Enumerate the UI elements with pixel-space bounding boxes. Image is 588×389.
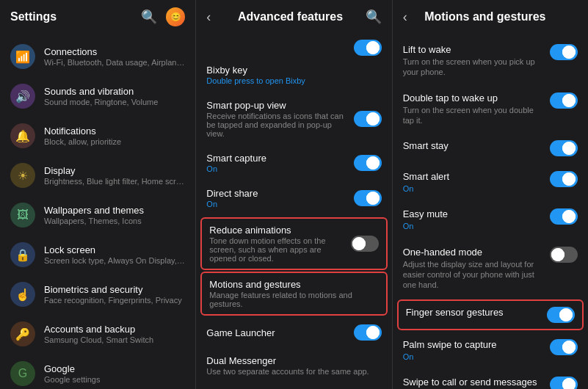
sounds-title: Sounds and vibration (44, 86, 185, 97)
one-handed-toggle[interactable] (550, 247, 578, 263)
smart-stay-text: Smart stay (403, 140, 544, 151)
search-icon-2[interactable]: 🔍 (366, 9, 382, 25)
settings-header: Settings 🔍 😊 (0, 0, 195, 34)
swipe-call-toggle-wrapper (550, 377, 578, 389)
swipe-call-toggle[interactable] (550, 377, 578, 389)
connections-title: Connections (44, 46, 185, 57)
lift-to-wake-text: Lift to wake Turn on the screen when you… (403, 44, 544, 78)
notifications-title: Notifications (44, 126, 185, 137)
display-subtitle: Brightness, Blue light filter, Home scre… (44, 177, 185, 186)
finger-sensor-toggle-wrapper (547, 307, 575, 323)
gest-item-smart-alert[interactable]: Smart alert On (393, 164, 588, 201)
smart-capture-toggle-wrapper (354, 155, 382, 171)
adv-item-reduce-animations[interactable]: Reduce animations Tone down motion effec… (200, 217, 387, 270)
swipe-call-text: Swipe to call or send messages (403, 377, 544, 388)
easy-mute-toggle[interactable] (550, 208, 578, 225)
adv-item-dual-messenger[interactable]: Dual Messenger Use two separate accounts… (196, 348, 391, 383)
top-toggle[interactable] (354, 40, 382, 56)
gest-item-finger-sensor[interactable]: Finger sensor gestures (397, 299, 584, 330)
smart-stay-toggle-wrapper (550, 140, 578, 156)
sidebar-item-sounds[interactable]: 🔊 Sounds and vibration Sound mode, Ringt… (0, 76, 195, 116)
settings-list: 📶 Connections Wi-Fi, Bluetooth, Data usa… (0, 34, 195, 389)
easy-mute-text: Easy mute On (403, 208, 544, 231)
sidebar-item-display[interactable]: ☀ Display Brightness, Blue light filter,… (0, 156, 195, 195)
accounts-title: Accounts and backup (44, 324, 185, 335)
sounds-subtitle: Sound mode, Ringtone, Volume (44, 98, 185, 106)
double-tap-wake-toggle[interactable] (550, 92, 578, 109)
settings-title: Settings (10, 10, 57, 23)
adv-item-smart-popup[interactable]: Smart pop-up view Receive notifications … (196, 92, 391, 145)
palm-swipe-toggle[interactable] (550, 339, 578, 355)
adv-item-smart-capture[interactable]: Smart capture On (196, 145, 391, 181)
gest-item-easy-mute[interactable]: Easy mute On (393, 201, 588, 239)
lift-to-wake-toggle-wrapper (550, 44, 578, 60)
palm-swipe-text: Palm swipe to capture On (403, 339, 544, 362)
adv-item-bixby-key[interactable]: Bixby key Double press to open Bixby (196, 57, 391, 92)
adv-item-motions-gestures[interactable]: Motions and gestures Manage features rel… (200, 272, 387, 316)
finger-sensor-title: Finger sensor gestures (406, 307, 541, 318)
smart-capture-subtitle: On (206, 164, 347, 173)
smart-alert-toggle[interactable] (550, 171, 578, 187)
adv-item-direct-share[interactable]: Direct share On (196, 181, 391, 216)
gest-item-double-tap-wake[interactable]: Double tap to wake up Turn on the screen… (393, 85, 588, 134)
adv-item-video-enhancer[interactable]: Video enhancer On (196, 383, 391, 389)
gest-item-swipe-call[interactable]: Swipe to call or send messages (393, 369, 588, 389)
one-handed-text: One-handed mode Adjust the display size … (403, 247, 544, 291)
lift-to-wake-title: Lift to wake (403, 44, 544, 55)
accounts-subtitle: Samsung Cloud, Smart Switch (44, 335, 185, 344)
one-handed-title: One-handed mode (403, 247, 544, 258)
smart-popup-toggle-wrapper (354, 111, 382, 127)
advanced-list: Bixby key Double press to open Bixby Sma… (196, 34, 391, 389)
game-launcher-title: Game Launcher (206, 327, 347, 338)
bixby-key-subtitle: Double press to open Bixby (206, 76, 381, 85)
display-title: Display (44, 165, 185, 176)
reduce-animations-subtitle: Tone down motion effects on the screen, … (209, 236, 344, 263)
gest-item-lift-to-wake[interactable]: Lift to wake Turn on the screen when you… (393, 37, 588, 85)
smart-stay-title: Smart stay (403, 140, 544, 151)
sidebar-item-lockscreen[interactable]: 🔒 Lock screen Screen lock type, Always O… (0, 235, 195, 275)
smart-popup-text: Smart pop-up view Receive notifications … (206, 100, 347, 138)
wallpapers-icon: 🖼 (10, 203, 35, 228)
smart-stay-toggle[interactable] (550, 140, 578, 156)
reduce-animations-title: Reduce animations (209, 225, 344, 236)
sidebar-item-notifications[interactable]: 🔔 Notifications Block, allow, prioritize (0, 116, 195, 156)
finger-sensor-toggle[interactable] (547, 307, 575, 323)
lift-to-wake-toggle[interactable] (550, 44, 578, 60)
reduce-animations-toggle[interactable] (351, 236, 379, 252)
sidebar-item-biometrics[interactable]: ☝ Biometrics and security Face recogniti… (0, 275, 195, 314)
google-title: Google (44, 363, 185, 374)
gest-item-smart-stay[interactable]: Smart stay (393, 133, 588, 164)
sidebar-item-accounts[interactable]: 🔑 Accounts and backup Samsung Cloud, Sma… (0, 314, 195, 354)
direct-share-title: Direct share (206, 188, 347, 199)
reduce-animations-toggle-wrapper (351, 236, 379, 252)
finger-sensor-text: Finger sensor gestures (406, 307, 541, 318)
one-handed-toggle-wrapper (550, 247, 578, 263)
smart-alert-toggle-wrapper (550, 171, 578, 187)
direct-share-toggle[interactable] (354, 190, 382, 206)
avatar[interactable]: 😊 (166, 7, 185, 26)
google-icon: G (10, 361, 35, 386)
palm-swipe-toggle-wrapper (550, 339, 578, 355)
gest-item-one-handed[interactable]: One-handed mode Adjust the display size … (393, 239, 588, 298)
motions-panel: ‹ Motions and gestures Lift to wake Turn… (393, 0, 588, 389)
search-icon[interactable]: 🔍 (141, 9, 157, 25)
accounts-icon: 🔑 (10, 321, 35, 346)
sidebar-item-google[interactable]: G Google Google settings (0, 354, 195, 389)
game-launcher-toggle-wrapper (354, 324, 382, 341)
smart-popup-title: Smart pop-up view (206, 100, 347, 111)
smart-capture-toggle[interactable] (354, 155, 382, 171)
lockscreen-icon: 🔒 (10, 242, 35, 267)
sidebar-item-wallpapers[interactable]: 🖼 Wallpapers and themes Wallpapers, Them… (0, 195, 195, 235)
gest-item-palm-swipe[interactable]: Palm swipe to capture On (393, 332, 588, 369)
motions-gestures-text: Motions and gestures Manage features rel… (209, 279, 378, 308)
connections-icon: 📶 (10, 44, 35, 69)
adv-item-game-launcher[interactable]: Game Launcher (196, 317, 391, 348)
game-launcher-toggle[interactable] (354, 324, 382, 341)
palm-swipe-subtitle: On (403, 352, 544, 362)
sidebar-item-connections[interactable]: 📶 Connections Wi-Fi, Bluetooth, Data usa… (0, 37, 195, 76)
motions-gestures-subtitle: Manage features related to motions and g… (209, 291, 378, 308)
smart-popup-toggle[interactable] (354, 111, 382, 127)
header-icons: 🔍 😊 (141, 7, 185, 26)
back-icon-2[interactable]: ‹ (403, 10, 407, 25)
back-icon[interactable]: ‹ (206, 10, 211, 25)
